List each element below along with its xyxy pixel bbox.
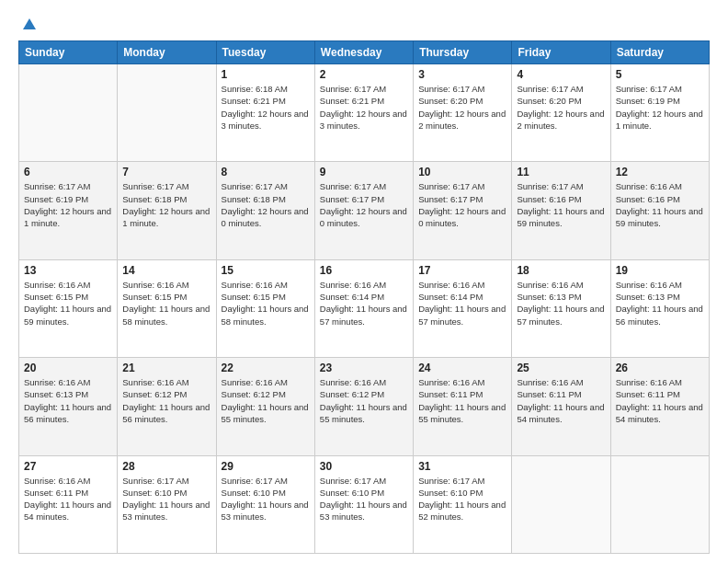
calendar-cell: 4Sunrise: 6:17 AM Sunset: 6:20 PM Daylig…: [512, 64, 610, 162]
day-number: 30: [320, 460, 408, 473]
day-info: Sunrise: 6:17 AM Sunset: 6:10 PM Dayligh…: [320, 475, 408, 523]
day-info: Sunrise: 6:16 AM Sunset: 6:12 PM Dayligh…: [222, 376, 310, 425]
day-number: 11: [517, 166, 605, 178]
weekday-row: SundayMondayTuesdayWednesdayThursdayFrid…: [19, 41, 710, 64]
day-info: Sunrise: 6:17 AM Sunset: 6:19 PM Dayligh…: [616, 83, 704, 132]
day-number: 29: [222, 460, 310, 473]
day-number: 2: [320, 68, 408, 81]
calendar-cell: 19Sunrise: 6:16 AM Sunset: 6:13 PM Dayli…: [610, 259, 709, 357]
calendar-week-2: 6Sunrise: 6:17 AM Sunset: 6:19 PM Daylig…: [19, 162, 710, 259]
day-info: Sunrise: 6:17 AM Sunset: 6:17 PM Dayligh…: [320, 180, 408, 229]
weekday-header-thursday: Thursday: [414, 41, 512, 64]
calendar-cell: 24Sunrise: 6:16 AM Sunset: 6:11 PM Dayli…: [414, 358, 512, 455]
calendar-cell: [19, 64, 118, 162]
day-number: 4: [517, 68, 605, 81]
logo-icon: [21, 17, 38, 33]
day-info: Sunrise: 6:18 AM Sunset: 6:21 PM Dayligh…: [222, 83, 310, 132]
day-info: Sunrise: 6:16 AM Sunset: 6:15 PM Dayligh…: [222, 279, 310, 327]
day-info: Sunrise: 6:16 AM Sunset: 6:11 PM Dayligh…: [418, 376, 506, 425]
calendar-week-3: 13Sunrise: 6:16 AM Sunset: 6:15 PM Dayli…: [19, 259, 710, 357]
day-info: Sunrise: 6:17 AM Sunset: 6:16 PM Dayligh…: [517, 180, 605, 229]
calendar-cell: 5Sunrise: 6:17 AM Sunset: 6:19 PM Daylig…: [610, 64, 709, 162]
day-number: 17: [418, 264, 506, 277]
calendar-cell: 13Sunrise: 6:16 AM Sunset: 6:15 PM Dayli…: [19, 259, 118, 357]
calendar-cell: 12Sunrise: 6:16 AM Sunset: 6:16 PM Dayli…: [610, 162, 709, 259]
calendar-week-4: 20Sunrise: 6:16 AM Sunset: 6:13 PM Dayli…: [19, 358, 710, 455]
calendar-cell: 25Sunrise: 6:16 AM Sunset: 6:11 PM Dayli…: [512, 358, 610, 455]
day-number: 5: [616, 68, 704, 81]
day-number: 28: [122, 460, 210, 473]
weekday-header-saturday: Saturday: [610, 41, 709, 64]
day-info: Sunrise: 6:16 AM Sunset: 6:14 PM Dayligh…: [320, 279, 408, 327]
day-info: Sunrise: 6:17 AM Sunset: 6:21 PM Dayligh…: [320, 83, 408, 132]
calendar-week-5: 27Sunrise: 6:16 AM Sunset: 6:11 PM Dayli…: [19, 455, 710, 553]
calendar-cell: 22Sunrise: 6:16 AM Sunset: 6:12 PM Dayli…: [216, 358, 314, 455]
calendar-body: 1Sunrise: 6:18 AM Sunset: 6:21 PM Daylig…: [19, 64, 710, 554]
calendar-table: SundayMondayTuesdayWednesdayThursdayFrid…: [18, 40, 710, 554]
calendar-cell: 6Sunrise: 6:17 AM Sunset: 6:19 PM Daylig…: [19, 162, 118, 259]
calendar-cell: 18Sunrise: 6:16 AM Sunset: 6:13 PM Dayli…: [512, 259, 610, 357]
calendar-cell: 8Sunrise: 6:17 AM Sunset: 6:18 PM Daylig…: [216, 162, 314, 259]
calendar-cell: 28Sunrise: 6:17 AM Sunset: 6:10 PM Dayli…: [118, 455, 216, 553]
calendar-cell: 29Sunrise: 6:17 AM Sunset: 6:10 PM Dayli…: [216, 455, 314, 553]
day-number: 14: [122, 264, 210, 277]
day-info: Sunrise: 6:17 AM Sunset: 6:10 PM Dayligh…: [418, 475, 506, 523]
calendar-week-1: 1Sunrise: 6:18 AM Sunset: 6:21 PM Daylig…: [19, 64, 710, 162]
day-info: Sunrise: 6:16 AM Sunset: 6:13 PM Dayligh…: [517, 279, 605, 327]
day-number: 27: [24, 460, 112, 473]
calendar-cell: 30Sunrise: 6:17 AM Sunset: 6:10 PM Dayli…: [314, 455, 413, 553]
weekday-header-sunday: Sunday: [19, 41, 118, 64]
day-info: Sunrise: 6:16 AM Sunset: 6:15 PM Dayligh…: [122, 279, 210, 327]
calendar-cell: [610, 455, 709, 553]
weekday-header-monday: Monday: [118, 41, 216, 64]
calendar-header: SundayMondayTuesdayWednesdayThursdayFrid…: [19, 41, 710, 64]
day-number: 22: [222, 362, 310, 374]
day-info: Sunrise: 6:16 AM Sunset: 6:13 PM Dayligh…: [616, 279, 704, 327]
day-number: 18: [517, 264, 605, 277]
calendar-cell: 31Sunrise: 6:17 AM Sunset: 6:10 PM Dayli…: [414, 455, 512, 553]
calendar-cell: 14Sunrise: 6:16 AM Sunset: 6:15 PM Dayli…: [118, 259, 216, 357]
day-info: Sunrise: 6:16 AM Sunset: 6:12 PM Dayligh…: [122, 376, 210, 425]
day-number: 10: [418, 166, 506, 178]
day-info: Sunrise: 6:17 AM Sunset: 6:18 PM Dayligh…: [122, 180, 210, 229]
day-number: 23: [320, 362, 408, 374]
day-number: 21: [122, 362, 210, 374]
calendar-cell: 10Sunrise: 6:17 AM Sunset: 6:17 PM Dayli…: [414, 162, 512, 259]
calendar-cell: 17Sunrise: 6:16 AM Sunset: 6:14 PM Dayli…: [414, 259, 512, 357]
day-number: 24: [418, 362, 506, 374]
day-number: 19: [616, 264, 704, 277]
day-info: Sunrise: 6:17 AM Sunset: 6:20 PM Dayligh…: [517, 83, 605, 132]
calendar-cell: 16Sunrise: 6:16 AM Sunset: 6:14 PM Dayli…: [314, 259, 413, 357]
day-info: Sunrise: 6:16 AM Sunset: 6:14 PM Dayligh…: [418, 279, 506, 327]
svg-marker-0: [23, 18, 36, 29]
weekday-header-wednesday: Wednesday: [314, 41, 413, 64]
day-number: 3: [418, 68, 506, 81]
day-number: 9: [320, 166, 408, 178]
calendar-cell: 7Sunrise: 6:17 AM Sunset: 6:18 PM Daylig…: [118, 162, 216, 259]
day-info: Sunrise: 6:17 AM Sunset: 6:17 PM Dayligh…: [418, 180, 506, 229]
page: SundayMondayTuesdayWednesdayThursdayFrid…: [0, 0, 728, 563]
day-info: Sunrise: 6:17 AM Sunset: 6:18 PM Dayligh…: [222, 180, 310, 229]
calendar-cell: 15Sunrise: 6:16 AM Sunset: 6:15 PM Dayli…: [216, 259, 314, 357]
day-number: 13: [24, 264, 112, 277]
weekday-header-tuesday: Tuesday: [216, 41, 314, 64]
calendar-cell: 2Sunrise: 6:17 AM Sunset: 6:21 PM Daylig…: [314, 64, 413, 162]
day-info: Sunrise: 6:16 AM Sunset: 6:16 PM Dayligh…: [616, 180, 704, 229]
day-number: 26: [616, 362, 704, 374]
calendar-cell: 1Sunrise: 6:18 AM Sunset: 6:21 PM Daylig…: [216, 64, 314, 162]
logo: [18, 17, 38, 31]
day-info: Sunrise: 6:16 AM Sunset: 6:11 PM Dayligh…: [24, 475, 112, 523]
calendar-cell: 11Sunrise: 6:17 AM Sunset: 6:16 PM Dayli…: [512, 162, 610, 259]
calendar-cell: 27Sunrise: 6:16 AM Sunset: 6:11 PM Dayli…: [19, 455, 118, 553]
calendar-cell: 26Sunrise: 6:16 AM Sunset: 6:11 PM Dayli…: [610, 358, 709, 455]
day-info: Sunrise: 6:16 AM Sunset: 6:13 PM Dayligh…: [24, 376, 112, 425]
day-info: Sunrise: 6:17 AM Sunset: 6:20 PM Dayligh…: [418, 83, 506, 132]
day-info: Sunrise: 6:16 AM Sunset: 6:12 PM Dayligh…: [320, 376, 408, 425]
day-number: 7: [122, 166, 210, 178]
calendar-cell: 23Sunrise: 6:16 AM Sunset: 6:12 PM Dayli…: [314, 358, 413, 455]
day-number: 8: [222, 166, 310, 178]
day-info: Sunrise: 6:17 AM Sunset: 6:19 PM Dayligh…: [24, 180, 112, 229]
day-info: Sunrise: 6:17 AM Sunset: 6:10 PM Dayligh…: [222, 475, 310, 523]
day-number: 31: [418, 460, 506, 473]
day-number: 15: [222, 264, 310, 277]
